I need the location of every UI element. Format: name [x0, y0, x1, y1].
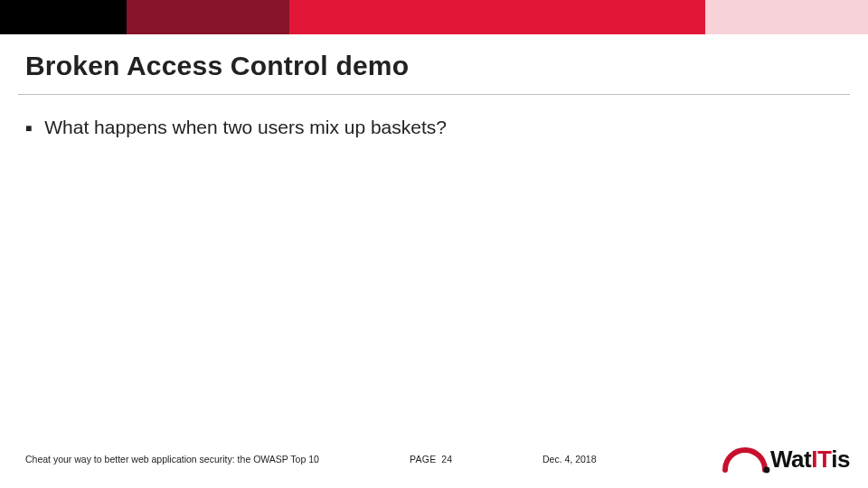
svg-point-0: [764, 467, 770, 474]
logo-suffix: is: [831, 446, 850, 474]
logo-arc-icon: [727, 443, 769, 470]
bullet-marker-icon: ■: [25, 117, 32, 140]
slide: Broken Access Control demo ■ What happen…: [0, 0, 868, 488]
bar-segment-pink: [705, 0, 868, 34]
top-accent-bar: [0, 0, 868, 34]
bar-segment-darkred: [127, 0, 289, 34]
slide-footer: Cheat your way to better web application…: [0, 443, 868, 475]
slide-body: ■ What happens when two users mix up bas…: [0, 95, 868, 140]
page-label: PAGE: [410, 454, 437, 465]
logo-text: WatITis: [770, 446, 850, 474]
page-number: 24: [441, 454, 452, 465]
slide-title: Broken Access Control demo: [0, 34, 868, 89]
logo: WatITis: [696, 443, 850, 475]
bar-segment-black: [0, 0, 127, 34]
logo-prefix: Wat: [770, 446, 811, 474]
logo-accent: IT: [811, 446, 831, 474]
footer-left-text: Cheat your way to better web application…: [25, 454, 319, 465]
footer-date: Dec. 4, 2018: [542, 454, 696, 465]
bar-segment-red: [289, 0, 705, 34]
bullet-item: ■ What happens when two users mix up bas…: [25, 117, 843, 140]
footer-page: PAGE 24: [319, 454, 542, 465]
bullet-text: What happens when two users mix up baske…: [44, 117, 447, 138]
